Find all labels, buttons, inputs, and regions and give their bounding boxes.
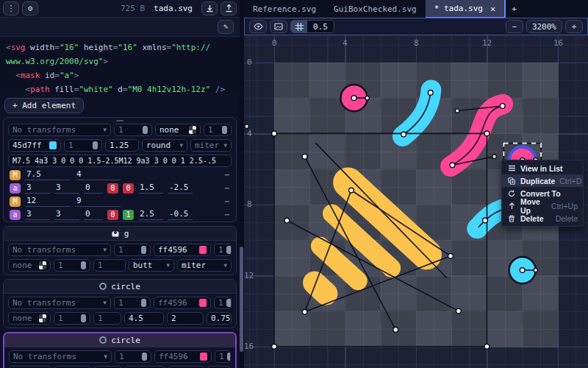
- linecap-select[interactable]: round▼: [142, 139, 187, 152]
- zoom-out-button[interactable]: −: [506, 20, 523, 33]
- add-element-button[interactable]: + Add element: [4, 98, 84, 113]
- path-command-row[interactable]: a 3 3 0 0 1 2.5 -0.5 ⋯: [4, 208, 236, 222]
- path-d-input[interactable]: M7.5 4a3 3 0 0 0 1.5-2.5M12 9a3 3 0 0 1 …: [8, 155, 232, 167]
- slider-handle[interactable]: [226, 299, 232, 307]
- zoom-in-button[interactable]: +: [565, 20, 583, 33]
- canvas-viewport[interactable]: 0 4 8 12 16 0 4 8 12 16: [244, 35, 588, 368]
- command-arg-input[interactable]: 3: [54, 209, 79, 220]
- arc-flag[interactable]: 0: [123, 183, 134, 194]
- command-arg-input[interactable]: -2.5: [168, 183, 193, 194]
- grid-size-input[interactable]: 0.5: [307, 22, 334, 32]
- stroke-input[interactable]: none: [8, 259, 51, 272]
- fill-swatch[interactable]: [199, 299, 207, 307]
- fill-input[interactable]: ff4596: [154, 244, 211, 256]
- fill-opacity-input[interactable]: 1: [215, 350, 231, 363]
- panel-drag-handle[interactable]: [116, 120, 123, 121]
- stroke-swatch[interactable]: [49, 141, 57, 149]
- transforms-select[interactable]: No transforms▼: [8, 297, 111, 309]
- command-arg-input[interactable]: 0: [84, 209, 103, 220]
- slider-handle[interactable]: [142, 353, 147, 361]
- fill-opacity-input[interactable]: 1: [214, 297, 232, 309]
- row-menu-button[interactable]: ⋯: [224, 170, 230, 180]
- tab-tada-active[interactable]: * tada.svg✕: [426, 0, 506, 18]
- cx-input[interactable]: 4.5: [124, 312, 164, 325]
- slider-handle[interactable]: [222, 126, 227, 134]
- code-editor[interactable]: <svg width="16" height="16" xmlns="http:…: [0, 37, 240, 94]
- upload-button[interactable]: [220, 1, 237, 15]
- panel-circle-header[interactable]: circle: [4, 333, 235, 347]
- slider-handle[interactable]: [93, 141, 98, 149]
- opacity-input[interactable]: 1: [114, 124, 152, 136]
- grid-snap-button[interactable]: [291, 21, 307, 32]
- linejoin-select[interactable]: miter▼: [190, 139, 232, 152]
- command-arg-input[interactable]: 9: [75, 196, 121, 207]
- command-arg-input[interactable]: 4: [75, 169, 121, 180]
- command-arg-input[interactable]: 3: [25, 183, 50, 194]
- command-badge[interactable]: a: [10, 210, 21, 220]
- cy-input[interactable]: 2: [167, 312, 204, 325]
- transforms-select[interactable]: No transforms▼: [8, 124, 111, 136]
- new-tab-button[interactable]: +: [506, 0, 523, 18]
- fill-input[interactable]: ff4596: [154, 297, 211, 309]
- stroke-width-input[interactable]: 1: [93, 312, 121, 325]
- command-arg-input[interactable]: 3: [25, 209, 50, 220]
- opacity-input[interactable]: 1: [115, 350, 151, 363]
- transforms-select[interactable]: No transforms▼: [8, 244, 111, 256]
- transforms-select[interactable]: No transforms▼: [9, 350, 112, 363]
- stroke-width-input[interactable]: 1: [93, 259, 126, 272]
- menu-item-view-in-list[interactable]: View in List: [502, 162, 583, 174]
- panel-g-header[interactable]: g: [4, 227, 236, 241]
- settings-button[interactable]: ⚙: [22, 1, 38, 15]
- command-arg-input[interactable]: 0: [84, 183, 103, 194]
- path-command-row[interactable]: M 12 9 ⋯: [4, 195, 236, 208]
- arc-flag[interactable]: 0: [107, 210, 118, 220]
- toggle-visibility-button[interactable]: [249, 20, 267, 33]
- tab-guiboxchecked[interactable]: GuiBoxChecked.svg: [325, 0, 426, 18]
- slider-handle[interactable]: [226, 246, 232, 254]
- slider-handle[interactable]: [141, 246, 146, 254]
- linejoin-select[interactable]: miter▼: [177, 259, 232, 272]
- stroke-swatch[interactable]: [39, 261, 46, 269]
- fill-input[interactable]: ff4596: [154, 350, 212, 363]
- menu-item-delete[interactable]: Delete Delete: [502, 212, 583, 224]
- fill-opacity-input[interactable]: 1: [214, 244, 232, 256]
- fill-input[interactable]: none: [155, 124, 201, 136]
- command-badge[interactable]: M: [10, 197, 21, 207]
- command-arg-input[interactable]: 3: [54, 183, 79, 194]
- panel-circle-header[interactable]: circle: [4, 280, 236, 294]
- opacity-input[interactable]: 1: [114, 244, 151, 256]
- edit-code-button[interactable]: ✎: [218, 20, 234, 34]
- stroke-input[interactable]: 45d7ff: [8, 139, 61, 152]
- fill-swatch[interactable]: [199, 246, 207, 254]
- arc-flag[interactable]: 1: [123, 210, 134, 220]
- command-arg-input[interactable]: 1.5: [138, 183, 163, 194]
- stroke-width-input[interactable]: 1.25: [105, 139, 139, 152]
- toggle-image-button[interactable]: [270, 20, 287, 33]
- slider-handle[interactable]: [141, 299, 146, 307]
- menu-item-move-up[interactable]: Move Up Ctrl+Up: [502, 199, 583, 212]
- close-icon[interactable]: ✕: [490, 4, 495, 14]
- slider-handle[interactable]: [81, 314, 86, 322]
- stroke-opacity-input[interactable]: 1: [54, 259, 90, 272]
- command-arg-input[interactable]: 7.5: [25, 169, 71, 180]
- menu-item-duplicate[interactable]: Duplicate Ctrl+D: [502, 174, 583, 187]
- kebab-menu-button[interactable]: ⋮: [3, 1, 19, 15]
- fill-swatch[interactable]: [200, 353, 207, 361]
- command-arg-input[interactable]: 2.5: [138, 209, 163, 220]
- left-panel-scrollbar[interactable]: [240, 247, 243, 352]
- linecap-select[interactable]: butt▼: [129, 259, 174, 272]
- slider-handle[interactable]: [143, 126, 148, 134]
- path-command-row[interactable]: M 7.5 4 ⋯: [4, 169, 236, 182]
- row-menu-button[interactable]: ⋯: [224, 183, 230, 193]
- command-badge[interactable]: M: [10, 170, 21, 180]
- command-arg-input[interactable]: 12: [25, 196, 71, 207]
- tab-reference[interactable]: Reference.svg: [244, 0, 325, 18]
- fill-swatch[interactable]: [189, 126, 196, 134]
- slider-handle[interactable]: [227, 353, 231, 361]
- stroke-input[interactable]: none: [8, 312, 51, 325]
- download-button[interactable]: [201, 1, 218, 15]
- r-input[interactable]: 0.75: [207, 312, 232, 325]
- slider-handle[interactable]: [81, 261, 86, 269]
- stroke-opacity-input[interactable]: 1: [54, 312, 90, 325]
- stroke-swatch[interactable]: [39, 314, 46, 322]
